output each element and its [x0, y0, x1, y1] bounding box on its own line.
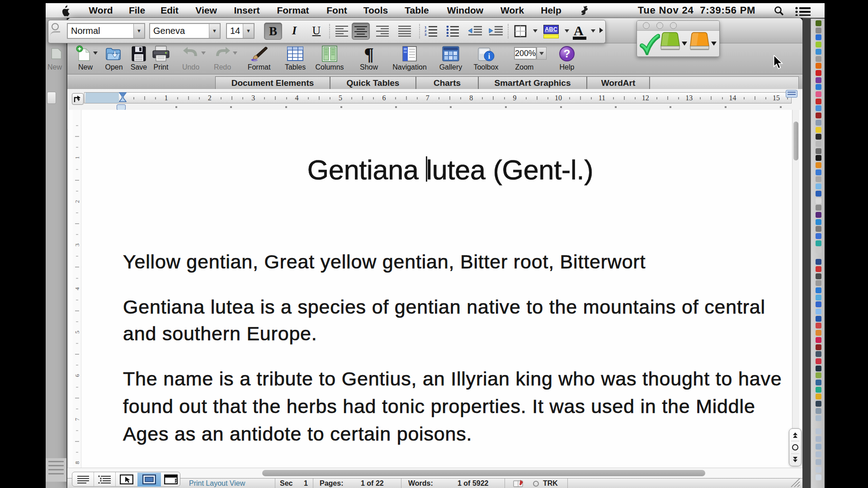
svg-text:i: i	[488, 52, 491, 60]
svg-text:?: ?	[564, 47, 571, 60]
svg-text:3: 3	[425, 33, 427, 37]
